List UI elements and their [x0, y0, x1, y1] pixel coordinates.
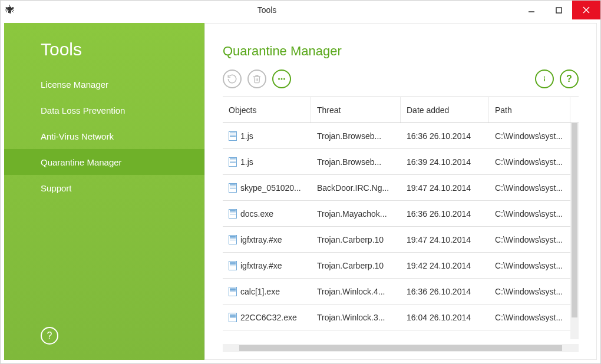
cell-object: igfxtray.#xe [223, 261, 311, 270]
sidebar-item-label: License Manager [41, 80, 108, 90]
sidebar-item-quarantine-manager[interactable]: Quarantine Manager [4, 149, 204, 175]
restore-icon [227, 74, 237, 84]
maximize-button[interactable] [545, 1, 572, 19]
window-controls [518, 1, 600, 19]
vertical-scrollbar[interactable] [570, 123, 579, 339]
cell-path: C:\Windows\syst... [489, 287, 570, 296]
main-panel: Quarantine Manager ? Objects Threat [204, 23, 597, 360]
cell-threat: Trojan.Browseb... [311, 157, 401, 167]
table-row[interactable]: 1.jsTrojan.Browseb...16:36 26.10.2014C:\… [223, 123, 570, 149]
svg-point-4 [278, 78, 280, 80]
sidebar-item-anti-virus-network[interactable]: Anti-Virus Network [4, 123, 204, 149]
page-title: Quarantine Manager [223, 44, 579, 59]
sidebar: Tools License ManagerData Loss Preventio… [4, 23, 204, 360]
window-title: Tools [16, 5, 518, 15]
minimize-button[interactable] [518, 1, 545, 19]
close-button[interactable] [572, 1, 600, 19]
horizontal-scrollbar[interactable] [223, 344, 579, 352]
table-row[interactable]: docs.exeTrojan.Mayachok...16:36 26.10.20… [223, 201, 570, 227]
cell-path: C:\Windows\syst... [489, 261, 570, 270]
restore-button[interactable] [223, 70, 242, 88]
cell-object-text: igfxtray.#xe [240, 261, 282, 270]
cell-path: C:\Windows\syst... [489, 313, 570, 322]
sidebar-title: Tools [4, 39, 204, 71]
file-icon [229, 261, 237, 270]
quarantine-table: Objects Threat Date added Path 1.jsTroja… [223, 97, 579, 339]
table-header: Objects Threat Date added Path [223, 97, 579, 123]
cell-object: 1.js [223, 131, 311, 141]
file-icon [229, 313, 237, 322]
sidebar-item-label: Quarantine Manager [41, 157, 122, 167]
sidebar-help-button[interactable]: ? [41, 327, 58, 345]
file-icon [229, 157, 237, 167]
toolbar: ? [223, 70, 579, 88]
svg-point-6 [283, 78, 285, 80]
table-row[interactable]: 1.jsTrojan.Browseb...16:39 24.10.2014C:\… [223, 149, 570, 175]
column-header-threat[interactable]: Threat [311, 97, 401, 123]
scrollbar-thumb-horizontal[interactable] [239, 345, 562, 351]
info-icon [540, 74, 549, 84]
cell-path: C:\Windows\syst... [489, 131, 570, 141]
table-row[interactable]: igfxtray.#xeTrojan.Carberp.1019:42 24.10… [223, 253, 570, 279]
cell-object-text: calc[1].exe [240, 287, 280, 296]
svg-rect-1 [556, 8, 562, 13]
cell-object: 22CC6C32.exe [223, 313, 311, 322]
svg-point-5 [281, 78, 283, 80]
sidebar-item-label: Support [41, 183, 72, 193]
column-header-date[interactable]: Date added [401, 97, 489, 123]
cell-path: C:\Windows\syst... [489, 235, 570, 244]
cell-object-text: 1.js [240, 157, 253, 167]
cell-threat: BackDoor.IRC.Ng... [311, 183, 401, 193]
cell-threat: Trojan.Carberp.10 [311, 235, 401, 244]
cell-date: 16:36 26.10.2014 [401, 131, 489, 141]
scrollbar-thumb[interactable] [572, 123, 577, 317]
more-button[interactable] [272, 70, 291, 88]
sidebar-item-data-loss-prevention[interactable]: Data Loss Prevention [4, 97, 204, 123]
cell-object: docs.exe [223, 209, 311, 219]
cell-object-text: docs.exe [240, 209, 273, 219]
cell-date: 16:04 26.10.2014 [401, 313, 489, 322]
help-icon: ? [566, 74, 572, 84]
cell-object-text: 1.js [240, 131, 253, 141]
cell-threat: Trojan.Winlock.3... [311, 313, 401, 322]
cell-object: skype_051020... [223, 183, 311, 193]
cell-threat: Trojan.Mayachok... [311, 209, 401, 219]
file-icon [229, 131, 237, 141]
app-icon: 🕷 [4, 4, 16, 16]
column-header-objects[interactable]: Objects [223, 97, 311, 123]
svg-point-7 [544, 77, 545, 77]
info-button[interactable] [535, 70, 554, 88]
cell-object-text: 22CC6C32.exe [240, 313, 297, 322]
cell-date: 16:36 26.10.2014 [401, 287, 489, 296]
cell-date: 19:47 24.10.2014 [401, 183, 489, 193]
column-header-path[interactable]: Path [489, 97, 570, 123]
delete-button[interactable] [247, 70, 266, 88]
cell-path: C:\Windows\syst... [489, 183, 570, 193]
table-row[interactable]: calc[1].exeTrojan.Winlock.4...16:36 26.1… [223, 279, 570, 305]
more-icon [276, 74, 287, 84]
cell-object: calc[1].exe [223, 287, 311, 296]
sidebar-item-label: Anti-Virus Network [41, 131, 114, 141]
cell-date: 19:47 24.10.2014 [401, 235, 489, 244]
sidebar-item-support[interactable]: Support [4, 175, 204, 201]
cell-threat: Trojan.Winlock.4... [311, 287, 401, 296]
cell-date: 19:42 24.10.2014 [401, 261, 489, 270]
file-icon [229, 183, 237, 193]
cell-date: 16:36 26.10.2014 [401, 209, 489, 219]
help-icon: ? [47, 330, 52, 341]
cell-date: 16:39 24.10.2014 [401, 157, 489, 167]
titlebar: 🕷 Tools [1, 1, 600, 19]
file-icon [229, 287, 237, 296]
table-row[interactable]: skype_051020...BackDoor.IRC.Ng...19:47 2… [223, 175, 570, 201]
cell-object: 1.js [223, 157, 311, 167]
cell-threat: Trojan.Browseb... [311, 131, 401, 141]
table-row[interactable]: 22CC6C32.exeTrojan.Winlock.3...16:04 26.… [223, 305, 570, 330]
sidebar-item-license-manager[interactable]: License Manager [4, 71, 204, 97]
cell-object-text: igfxtray.#xe [240, 235, 282, 244]
cell-path: C:\Windows\syst... [489, 157, 570, 167]
file-icon [229, 235, 237, 244]
cell-object: igfxtray.#xe [223, 235, 311, 244]
help-button[interactable]: ? [560, 70, 579, 88]
table-row[interactable]: igfxtray.#xeTrojan.Carberp.1019:47 24.10… [223, 227, 570, 253]
cell-threat: Trojan.Carberp.10 [311, 261, 401, 270]
